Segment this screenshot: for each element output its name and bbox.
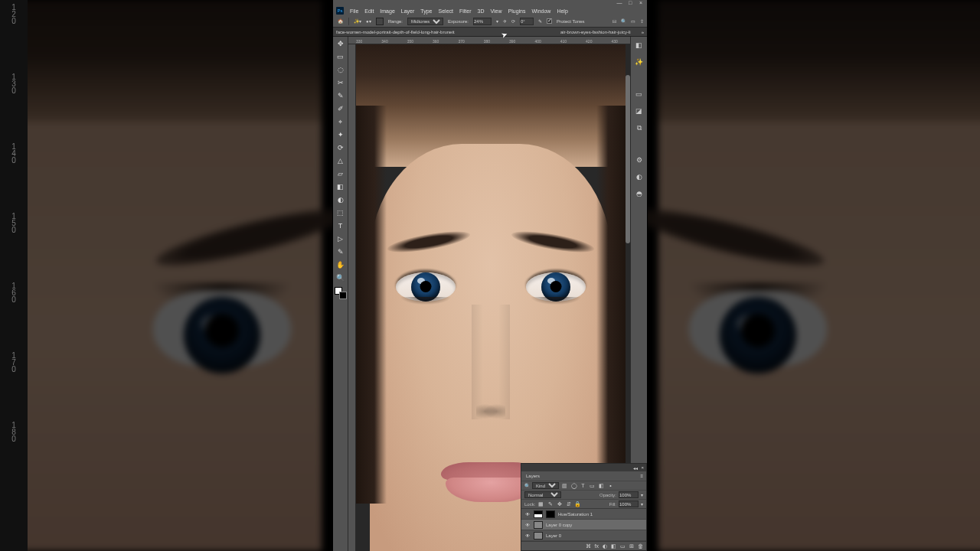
brush-preset-icon[interactable]: ●▾ <box>366 18 371 24</box>
menu-file[interactable]: File <box>350 8 358 14</box>
adjustment-layer-icon[interactable]: ◧ <box>611 543 616 549</box>
opacity-input[interactable] <box>619 491 639 498</box>
crop-tool[interactable]: ✂ <box>335 77 346 88</box>
menu-select[interactable]: Select <box>439 8 453 14</box>
layer-row[interactable]: 👁 Layer 0 copy <box>521 520 646 530</box>
layer-mask-thumbnail[interactable] <box>546 510 555 518</box>
menu-image[interactable]: Image <box>380 8 394 14</box>
rail-libraries-icon[interactable]: ◪ <box>634 106 645 116</box>
clone-tool[interactable]: ✦ <box>335 129 346 140</box>
healing-tool[interactable]: ⌖ <box>335 116 346 127</box>
layer-row[interactable]: 👁 Layer 0 <box>521 530 646 541</box>
panel-collapse-icon[interactable]: ◂◂ <box>633 465 638 471</box>
brush-preview-icon[interactable] <box>376 18 384 25</box>
blend-mode-select[interactable]: Normal <box>524 491 561 498</box>
vertical-scrollbar[interactable] <box>626 75 630 243</box>
menu-filter[interactable]: Filter <box>459 8 472 14</box>
lock-image-icon[interactable]: ✎ <box>547 500 554 507</box>
group-icon[interactable]: ▭ <box>620 543 626 549</box>
filter-type-icon[interactable]: T <box>580 482 586 489</box>
filter-toggle-icon[interactable]: • <box>607 482 614 489</box>
tab-overflow-icon[interactable]: » <box>642 30 644 34</box>
filter-shape-icon[interactable]: ▭ <box>589 482 596 489</box>
blur-tool[interactable]: ◧ <box>335 181 346 192</box>
workspace-icon[interactable]: ▭ <box>631 18 635 24</box>
path-tool[interactable]: ▷ <box>335 233 346 244</box>
hand-tool[interactable]: ✋ <box>335 259 346 270</box>
lasso-tool[interactable]: ◌ <box>335 64 346 75</box>
layers-tab[interactable]: Layers <box>521 471 544 481</box>
exposure-input[interactable] <box>473 18 492 25</box>
lock-artboard-icon[interactable]: ⇵ <box>565 500 572 507</box>
angle-input[interactable] <box>520 18 534 25</box>
filter-smart-icon[interactable]: ◧ <box>598 482 605 489</box>
filter-pixel-icon[interactable]: ▥ <box>561 482 568 489</box>
pen-tool[interactable]: ⬚ <box>335 207 346 218</box>
eraser-tool[interactable]: △ <box>335 155 346 166</box>
layer-name[interactable]: Hue/Saturation 1 <box>558 512 593 517</box>
menu-type[interactable]: Type <box>420 8 432 14</box>
layer-fx-icon[interactable]: fx <box>595 543 599 549</box>
dodge-tool[interactable]: ◐ <box>335 194 346 205</box>
menu-help[interactable]: Help <box>557 8 567 14</box>
layer-thumbnail[interactable] <box>534 521 543 529</box>
lock-all-icon[interactable]: 🔒 <box>574 500 581 507</box>
color-swatches[interactable] <box>335 287 347 299</box>
zoom-tool[interactable]: 🔍 <box>335 272 346 283</box>
layer-name[interactable]: Layer 0 copy <box>546 523 572 527</box>
history-brush-tool[interactable]: ⟳ <box>335 142 346 153</box>
lock-transparency-icon[interactable]: ▦ <box>537 500 544 507</box>
visibility-icon[interactable]: 👁 <box>524 533 531 538</box>
marquee-tool[interactable]: ▭ <box>335 51 346 62</box>
shape-tool[interactable]: ✎ <box>335 246 346 257</box>
rail-history-icon[interactable]: ◐ <box>634 171 645 182</box>
gradient-tool[interactable]: ▱ <box>335 168 346 179</box>
type-tool[interactable]: T <box>335 220 346 231</box>
layer-row[interactable]: 👁 Hue/Saturation 1 <box>521 509 646 520</box>
visibility-icon[interactable]: 👁 <box>524 512 531 517</box>
minimize-button[interactable]: — <box>615 0 624 5</box>
cloud-docs-icon[interactable]: ⊟ <box>612 18 616 24</box>
filter-adjust-icon[interactable]: ◯ <box>570 482 577 489</box>
tool-preset-icon[interactable]: ✨▾ <box>354 18 361 24</box>
document-tab-1[interactable]: face-women-model-portrait-depth-of-field… <box>336 30 455 34</box>
panel-menu-icon[interactable]: ≡ <box>637 474 646 478</box>
menu-window[interactable]: Window <box>532 8 551 14</box>
layer-mask-icon[interactable]: ◐ <box>603 543 607 549</box>
close-button[interactable]: × <box>636 0 645 5</box>
share-icon[interactable]: ⇪ <box>640 18 644 24</box>
layer-name[interactable]: Layer 0 <box>546 533 561 538</box>
search-icon[interactable]: 🔍 <box>621 18 626 24</box>
delete-layer-icon[interactable]: 🗑 <box>638 543 643 549</box>
menu-layer[interactable]: Layer <box>401 8 415 14</box>
eyedropper-tool[interactable]: ✎ <box>335 90 346 101</box>
rail-swatches-icon[interactable]: ▭ <box>634 89 645 99</box>
panel-close-icon[interactable]: × <box>641 465 644 470</box>
move-tool[interactable]: ✥ <box>335 38 346 49</box>
visibility-icon[interactable]: 👁 <box>524 523 531 527</box>
airbrush-icon[interactable]: ✈ <box>503 18 507 24</box>
brush-tool[interactable]: ✐ <box>335 103 346 114</box>
rail-color-icon[interactable]: ◧ <box>634 40 645 51</box>
layer-thumbnail[interactable] <box>534 532 543 540</box>
pressure-icon[interactable]: ✎ <box>538 18 542 24</box>
rail-paths-icon[interactable]: ◓ <box>634 188 645 199</box>
rail-properties-icon[interactable]: ⚙ <box>634 155 645 165</box>
rail-adjust-icon[interactable]: ✨ <box>634 57 645 67</box>
link-layers-icon[interactable]: ⌘ <box>586 543 591 549</box>
fill-input[interactable] <box>619 500 639 507</box>
lock-position-icon[interactable]: ✥ <box>556 500 563 507</box>
document-tab-2[interactable]: air-brown-eyes-fashion-hair-juicy-li <box>560 30 631 34</box>
maximize-button[interactable]: □ <box>626 0 635 5</box>
filter-search-icon[interactable]: 🔍 <box>524 483 530 488</box>
menu-view[interactable]: View <box>491 8 502 14</box>
horizontal-ruler[interactable]: 330340350 360370380 390400410 420430 <box>348 37 630 44</box>
filter-kind-select[interactable]: Kind <box>532 482 559 489</box>
range-select[interactable]: Midtones <box>407 18 443 25</box>
background-color[interactable] <box>339 292 347 299</box>
menu-3d[interactable]: 3D <box>478 8 485 14</box>
menu-plugins[interactable]: Plugins <box>508 8 526 14</box>
new-layer-icon[interactable]: ⊞ <box>629 543 634 549</box>
layer-thumbnail[interactable] <box>534 510 543 518</box>
rail-channels-icon[interactable]: ⧉ <box>634 122 645 133</box>
